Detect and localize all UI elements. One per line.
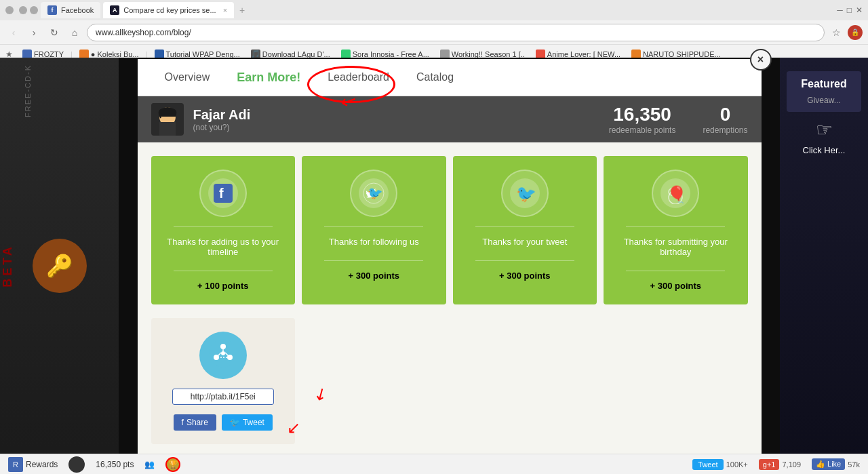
svg-text:🐦: 🐦 xyxy=(368,186,383,201)
reload-button[interactable]: ↻ xyxy=(46,24,62,41)
status-points: 16,350 pts xyxy=(96,460,134,469)
key-icon: 🔑 xyxy=(33,239,87,293)
card-divider-1b xyxy=(174,271,273,271)
nav-leaderboard[interactable]: Leaderboard xyxy=(314,60,403,94)
points-area: 16,350 redeemable points 0 redemptions xyxy=(609,104,748,135)
people-icon: 👥 xyxy=(144,460,155,469)
reward-card-twitter-follow[interactable]: 🐦 Thanks for following us + 300 points xyxy=(302,156,446,304)
card-divider-2b xyxy=(324,260,423,261)
share-card: f Share 🐦 Tweet xyxy=(151,318,296,444)
svg-point-13 xyxy=(220,344,226,349)
beta-label: BETA xyxy=(1,244,15,288)
facebook-card-icon: f xyxy=(208,178,238,208)
forward-button[interactable]: › xyxy=(26,24,42,41)
click-here-text[interactable]: Click Her... xyxy=(803,145,846,155)
twitter-follow-card-title: Thanks for following us xyxy=(329,237,419,247)
new-tab-button[interactable]: + xyxy=(239,5,245,16)
nav-earn-more[interactable]: Earn More! xyxy=(223,60,314,96)
birthday-icon-circle: 🎈 xyxy=(652,170,699,217)
modal-overlay: × ↙ Overview Earn More! Leaderboard Cata… xyxy=(119,58,780,474)
redemptions-label: redemptions xyxy=(703,125,747,135)
status-avatar xyxy=(68,456,85,473)
card-divider-2 xyxy=(324,226,423,227)
cards-area: f Thanks for adding us to your timeline … xyxy=(138,142,762,318)
modal: × ↙ Overview Earn More! Leaderboard Cata… xyxy=(138,59,762,458)
reward-card-birthday[interactable]: 🎈 Thanks for submitting your birthday + … xyxy=(604,156,748,304)
modal-close-button[interactable]: × xyxy=(750,49,772,71)
tweet-button-bar[interactable]: Tweet xyxy=(692,459,723,470)
card-divider-4 xyxy=(626,226,725,227)
share-buttons: f Share 🐦 Tweet xyxy=(174,414,273,431)
twitter-follow-card-points: + 300 points xyxy=(349,271,400,281)
browser-nav-bar: ‹ › ↻ ⌂ ☆ 🔒 xyxy=(0,20,868,45)
facebook-card-points: + 100 points xyxy=(197,281,249,291)
twitter-follow-card-text: Thanks for following us xyxy=(329,237,419,251)
tweet-status[interactable]: Tweet 100K+ xyxy=(692,459,747,470)
not-you-text[interactable]: (not you?) xyxy=(193,123,599,132)
featured-label: Featured xyxy=(801,78,847,90)
tab-facebook[interactable]: f Facebook xyxy=(41,2,100,18)
browser-chrome: f Facebook A Compare cd key prices se...… xyxy=(0,0,868,58)
user-bar: Fajar Adi (not you?) 16,350 redeemable p… xyxy=(138,96,762,142)
user-info: Fajar Adi (not you?) xyxy=(193,107,599,132)
rewards-status-item: R Rewards xyxy=(8,457,58,472)
trophy-icon[interactable]: 🏆 xyxy=(165,457,180,472)
card-divider-3 xyxy=(475,226,574,227)
card-divider-3b xyxy=(475,260,574,261)
plus-count: 7,109 xyxy=(782,460,801,469)
reward-card-tweet[interactable]: 🐦 Thanks for your tweet + 300 points xyxy=(453,156,597,304)
twitter-follow-icon: 🐦 xyxy=(359,178,389,208)
card-divider-4b xyxy=(626,271,725,271)
nav-catalog[interactable]: Catalog xyxy=(403,60,467,94)
reward-card-facebook[interactable]: f Thanks for adding us to your timeline … xyxy=(151,156,296,304)
twitter-follow-icon-circle: 🐦 xyxy=(350,170,397,217)
avatar-image xyxy=(151,103,184,136)
facebook-card-title: Thanks for adding us to your timeline xyxy=(161,237,285,257)
hand-pointer-icon: ☞ xyxy=(816,119,833,141)
facebook-card-text: Thanks for adding us to your timeline xyxy=(161,237,285,261)
minimize-button[interactable]: ─ xyxy=(837,5,843,15)
facebook-share-button[interactable]: f Share xyxy=(174,414,216,431)
free-cd-text: FREE-CD-K xyxy=(24,64,32,117)
birthday-icon: 🎈 xyxy=(660,178,690,208)
share-icon-circle xyxy=(199,332,247,379)
user-name: Fajar Adi xyxy=(193,107,599,123)
modal-nav: ↙ Overview Earn More! Leaderboard Catalo… xyxy=(138,59,762,96)
tweet-icon-circle: 🐦 xyxy=(501,170,549,217)
featured-box: Featured Giveaw... xyxy=(787,71,861,112)
star-icon[interactable]: ☆ xyxy=(829,25,844,40)
google-plus-button[interactable]: g+1 xyxy=(759,459,780,470)
address-bar[interactable] xyxy=(87,24,825,41)
birthday-card-text: Thanks for submitting your birthday xyxy=(614,237,738,261)
tweet-card-points: + 300 points xyxy=(499,271,551,281)
rewards-icon: R xyxy=(8,457,23,472)
browser-title-bar: f Facebook A Compare cd key prices se...… xyxy=(0,0,868,20)
allkey-tab-icon: A xyxy=(110,5,119,15)
back-button[interactable]: ‹ xyxy=(5,24,22,41)
nav-overview[interactable]: Overview xyxy=(151,60,224,94)
tweet-count: 100K+ xyxy=(726,460,748,469)
like-status: 👍 Like 57k xyxy=(812,458,860,470)
rewards-label: Rewards xyxy=(26,460,58,469)
points-status-item: 16,350 pts xyxy=(96,460,134,469)
like-button[interactable]: 👍 Like xyxy=(812,458,845,470)
tab-allkeyshop[interactable]: A Compare cd key prices se... × xyxy=(103,2,234,18)
right-sidebar: Featured Giveaw... ☞ Click Her... xyxy=(780,58,868,474)
points-number: 16,350 xyxy=(609,104,676,125)
page-background: FREE-CD-K BETA 🔑 × ↙ Overview Earn More! xyxy=(0,58,868,474)
maximize-button[interactable]: □ xyxy=(847,5,852,15)
svg-point-16 xyxy=(221,351,225,355)
window-close-button[interactable]: ✕ xyxy=(856,5,863,15)
twitter-share-button[interactable]: 🐦 Tweet xyxy=(222,414,273,431)
user-avatar xyxy=(151,103,184,136)
svg-text:f: f xyxy=(219,186,224,201)
share-url-input[interactable] xyxy=(172,389,274,405)
like-count: 57k xyxy=(848,460,860,469)
home-button[interactable]: ⌂ xyxy=(66,24,83,41)
facebook-tab-icon: f xyxy=(47,5,57,15)
share-icon xyxy=(208,338,238,373)
tab-close-icon[interactable]: × xyxy=(223,6,227,14)
tweet-icon: 🐦 xyxy=(510,178,540,208)
points-label: redeemable points xyxy=(609,125,676,135)
tweet-card-text: Thanks for your tweet xyxy=(482,237,567,251)
